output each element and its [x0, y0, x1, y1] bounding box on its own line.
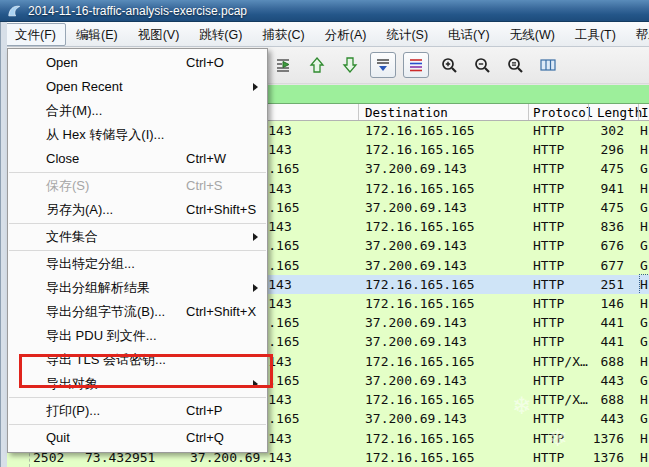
- file-menu-item[interactable]: 打印(P)...Ctrl+P: [8, 399, 267, 423]
- file-menu-item[interactable]: 导出分组解析结果: [8, 276, 267, 300]
- cell-info: H: [640, 352, 649, 371]
- cell-protocol: HTTP: [533, 121, 588, 140]
- menubar-item[interactable]: 分析(A): [315, 23, 377, 46]
- menubar-item[interactable]: 工具(T): [565, 23, 626, 46]
- menubar-item[interactable]: 跳转(G): [189, 23, 252, 46]
- column-header-destination[interactable]: Destination: [365, 105, 448, 120]
- cell-info: H: [640, 294, 649, 313]
- cell-destination: 37.200.69.143: [365, 409, 485, 428]
- column-separator[interactable]: [588, 104, 589, 121]
- menu-item-label: Open: [46, 55, 78, 70]
- colorize-packets-icon[interactable]: [403, 52, 429, 78]
- cell-info: H: [640, 448, 649, 467]
- file-menu-item[interactable]: 另存为(A)...Ctrl+Shift+S: [8, 198, 267, 222]
- menubar-item[interactable]: 捕获(C): [252, 23, 314, 46]
- goto-packet-icon[interactable]: [271, 52, 297, 78]
- file-menu-item[interactable]: 从 Hex 转储导入(I)...: [8, 123, 267, 147]
- cell-length: 441: [581, 313, 624, 332]
- menubar-item[interactable]: 文件(F): [5, 23, 66, 46]
- cell-protocol: HTTP/X…: [533, 390, 588, 409]
- next-packet-icon[interactable]: [337, 52, 363, 78]
- column-separator[interactable]: [528, 104, 529, 121]
- cell-destination: 172.16.165.165: [365, 140, 485, 159]
- cell-info: G: [640, 332, 649, 351]
- menubar-item[interactable]: 编辑(E): [66, 23, 128, 46]
- auto-scroll-icon[interactable]: [370, 52, 396, 78]
- menu-item-label: 合并(M)...: [46, 103, 102, 118]
- zoom-out-icon[interactable]: [469, 52, 495, 78]
- wireshark-logo-icon: [6, 3, 22, 19]
- cell-protocol: HTTP: [533, 294, 588, 313]
- file-menu-item[interactable]: 保存(S)Ctrl+S: [8, 174, 267, 198]
- cell-protocol: HTTP: [533, 256, 588, 275]
- cell-length: 677: [581, 256, 624, 275]
- cell-protocol: HTTP: [533, 371, 588, 390]
- cell-info: H: [640, 121, 649, 140]
- cell-protocol: HTTP/X…: [533, 352, 588, 371]
- cell-length: 676: [581, 236, 624, 255]
- cell-length: 1376: [581, 429, 624, 448]
- file-menu-item[interactable]: 导出 PDU 到文件...: [8, 324, 267, 348]
- column-header-protocol[interactable]: Protocol: [533, 105, 593, 120]
- submenu-arrow-icon: [253, 284, 258, 292]
- resize-columns-icon[interactable]: [535, 52, 561, 78]
- cell-protocol: HTTP: [533, 429, 588, 448]
- file-menu-item[interactable]: 合并(M)...: [8, 99, 267, 123]
- cell-info: H: [640, 390, 649, 409]
- menubar: 文件(F)编辑(E)视图(V)跳转(G)捕获(C)分析(A)统计(S)电话(Y)…: [0, 22, 649, 47]
- cell-destination: 172.16.165.165: [365, 121, 485, 140]
- titlebar[interactable]: 2014-11-16-traffic-analysis-exercise.pca…: [0, 0, 649, 22]
- menu-item-label: 导出 PDU 到文件...: [46, 328, 157, 343]
- file-menu-item[interactable]: CloseCtrl+W: [8, 147, 267, 171]
- menubar-item[interactable]: 统计(S): [376, 23, 438, 46]
- cell-protocol: HTTP: [533, 332, 588, 351]
- menu-separator: [9, 424, 266, 425]
- cell-length: 688: [581, 390, 624, 409]
- file-menu-item[interactable]: 文件集合: [8, 225, 267, 249]
- cell-destination: 37.200.69.143: [365, 198, 485, 217]
- column-header-length[interactable]: Length: [597, 105, 642, 120]
- menubar-item[interactable]: 电话(Y): [438, 23, 500, 46]
- menu-item-label: Quit: [46, 430, 70, 445]
- cell-length: 443: [581, 409, 624, 428]
- cell-destination: 172.16.165.165: [365, 352, 485, 371]
- cell-info: H: [640, 217, 649, 236]
- zoom-reset-icon[interactable]: [502, 52, 528, 78]
- zoom-in-icon[interactable]: [436, 52, 462, 78]
- column-separator[interactable]: [358, 104, 359, 121]
- file-menu-item[interactable]: Open Recent: [8, 75, 267, 99]
- window-title: 2014-11-16-traffic-analysis-exercise.pca…: [28, 4, 247, 18]
- cell-length: 688: [581, 352, 624, 371]
- menubar-item[interactable]: 无线(W): [500, 23, 565, 46]
- cell-protocol: HTTP: [533, 275, 588, 294]
- cell-protocol: HTTP: [533, 409, 588, 428]
- cell-destination: 172.16.165.165: [365, 179, 485, 198]
- cell-destination: 172.16.165.165: [365, 275, 485, 294]
- menu-item-label: 从 Hex 转储导入(I)...: [46, 127, 164, 142]
- cell-info: G: [640, 409, 649, 428]
- submenu-arrow-icon: [253, 233, 258, 241]
- file-menu-item[interactable]: QuitCtrl+Q: [8, 426, 267, 450]
- menu-item-label: 导出特定分组...: [46, 256, 135, 271]
- menu-item-label: 导出分组字节流(B)...: [46, 304, 165, 319]
- menu-item-shortcut: Ctrl+Shift+X: [186, 300, 256, 324]
- cell-destination: 172.16.165.165: [365, 294, 485, 313]
- file-menu-item[interactable]: 导出特定分组...: [8, 252, 267, 276]
- menu-separator: [9, 250, 266, 251]
- cell-info: G: [640, 159, 649, 178]
- menu-separator: [9, 172, 266, 173]
- menu-item-label: Close: [46, 151, 79, 166]
- cell-length: 251: [581, 275, 624, 294]
- cell-protocol: HTTP: [533, 198, 588, 217]
- cell-length: 302: [581, 121, 624, 140]
- cell-length: 475: [581, 198, 624, 217]
- previous-packet-icon[interactable]: [304, 52, 330, 78]
- file-menu-item[interactable]: OpenCtrl+O: [8, 51, 267, 75]
- column-separator[interactable]: [638, 104, 639, 121]
- file-menu-item[interactable]: 导出分组字节流(B)...Ctrl+Shift+X: [8, 300, 267, 324]
- menubar-item[interactable]: 视图(V): [128, 23, 190, 46]
- menu-item-label: Open Recent: [46, 79, 123, 94]
- menubar-item[interactable]: 帮助(H): [626, 23, 649, 46]
- menu-separator: [9, 223, 266, 224]
- column-header-info[interactable]: Info: [641, 105, 649, 120]
